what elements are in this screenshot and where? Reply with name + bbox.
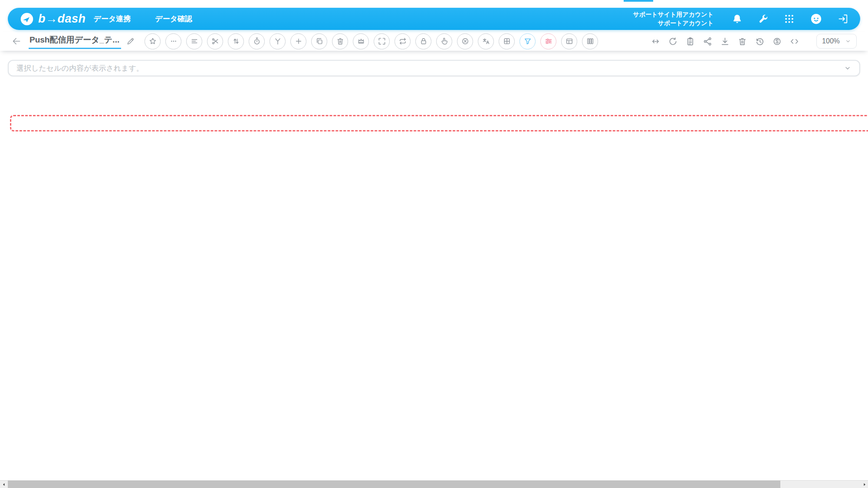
scrollbar-thumb[interactable] [8,481,780,488]
fit-width-icon[interactable] [651,36,661,46]
bell-icon[interactable] [731,13,743,25]
history-icon[interactable] [755,36,765,46]
nav-item-data-integration[interactable]: データ連携 [94,14,131,24]
columns-icon[interactable] [582,33,598,49]
hand-icon[interactable] [436,33,452,49]
table-icon[interactable] [561,33,577,49]
scroll-left-button[interactable] [0,481,7,488]
trash-icon[interactable] [737,36,747,46]
app-header: b→dash データ連携 データ確認 サポートサイト用アカウント サポートアカウ… [8,8,860,30]
bdash-logo-icon [19,11,35,27]
sheet-title[interactable]: Push配信用データ_テ... [29,33,121,49]
share-icon[interactable] [703,36,713,46]
toolbar-actions [145,33,598,49]
refresh-icon[interactable] [668,36,678,46]
account-site-name: サポートサイト用アカウント [633,10,713,19]
browser-loading-bar [624,0,653,2]
scissors-icon[interactable] [207,33,223,49]
main-nav: データ連携 データ確認 [94,14,193,24]
branch-icon[interactable] [270,33,286,49]
code-icon[interactable] [789,36,799,46]
formula-placeholder: 選択したセルの内容が表示されます。 [16,63,144,73]
scrollbar-track[interactable] [7,481,861,488]
apps-icon[interactable] [783,13,795,25]
account-info: サポートサイト用アカウント サポートアカウント [633,10,713,27]
translate-icon[interactable] [478,33,494,49]
trash-icon[interactable] [332,33,348,49]
header-right: サポートサイト用アカウント サポートアカウント [633,10,849,27]
horizontal-scrollbar[interactable] [0,480,868,488]
filter-icon[interactable] [519,33,536,49]
sliders-icon[interactable] [540,33,556,49]
lock-icon[interactable] [415,33,431,49]
logout-icon[interactable] [837,13,849,25]
star-icon[interactable] [145,33,161,49]
zoom-chevron-icon [845,38,851,44]
grid-icon[interactable] [499,33,515,49]
swap-vertical-icon[interactable] [228,33,244,49]
zoom-control[interactable]: 100% [816,34,857,49]
copy-icon[interactable] [311,33,327,49]
bdash-logo-text: b→dash [38,12,86,26]
toolbar-right: 100% [651,34,857,49]
list-icon[interactable] [186,33,202,49]
sheet-toolbar: Push配信用データ_テ... 100% [0,32,868,51]
chat-icon[interactable] [809,12,823,26]
data-grid [8,88,868,255]
formula-expand-icon[interactable] [844,64,852,72]
formula-bar[interactable]: 選択したセルの内容が表示されます。 [8,60,860,76]
expand-icon[interactable] [374,33,390,49]
restore-icon[interactable] [772,36,782,46]
account-name: サポートアカウント [633,19,713,28]
nav-item-data-confirmation[interactable]: データ確認 [155,14,192,24]
more-icon[interactable] [165,33,181,49]
loop-icon[interactable] [395,33,411,49]
edit-title-icon[interactable] [126,37,135,46]
scroll-right-button[interactable] [861,481,868,488]
bdash-logo[interactable]: b→dash [19,11,86,27]
download-icon[interactable] [720,36,730,46]
clipboard-icon[interactable] [685,36,695,46]
zoom-value: 100% [822,37,840,45]
exclude-icon[interactable] [457,33,473,49]
crown-icon[interactable] [353,33,369,49]
plus-icon[interactable] [290,33,306,49]
back-button[interactable] [11,36,22,46]
timer-icon[interactable] [249,33,265,49]
wrench-icon[interactable] [757,13,769,25]
